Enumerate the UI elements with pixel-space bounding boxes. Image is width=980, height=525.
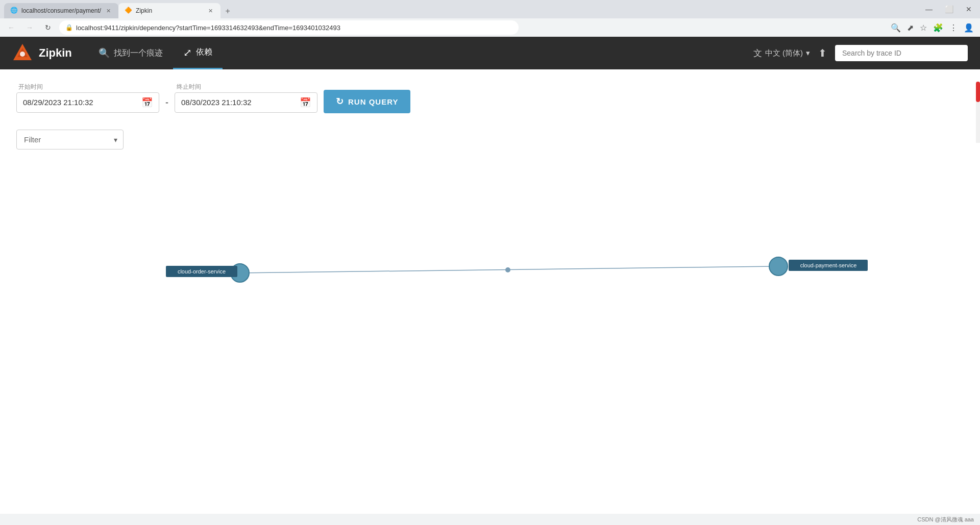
forward-button[interactable]: → — [22, 20, 37, 35]
lang-label: 中文 (简体) — [765, 48, 803, 58]
logo-area: Zipkin — [12, 43, 72, 63]
find-trace-icon: 🔍 — [99, 47, 110, 59]
filter-row: Filter ▾ — [16, 130, 964, 149]
dependency-icon: ⤢ — [183, 46, 192, 59]
browser-window-controls: — ⬜ ✕ — [921, 4, 976, 14]
run-query-icon: ↻ — [336, 96, 344, 107]
app-logo-text: Zipkin — [39, 46, 72, 60]
filter-wrap: Filter ▾ — [16, 130, 124, 149]
filter-select[interactable]: Filter — [16, 130, 124, 149]
cloud-payment-service-label: cloud-payment-service — [800, 262, 857, 268]
browser-tabs: 🌐 localhost/consumer/payment/ ✕ 🔶 Zipkin… — [4, 0, 235, 18]
address-bar[interactable]: 🔒 localhost:9411/zipkin/dependency?start… — [59, 20, 519, 35]
dependency-graph: cloud-order-service cloud-payment-servic… — [16, 166, 964, 380]
start-date-field: 开始时间 📅 — [16, 83, 159, 113]
maximize-button[interactable]: ⬜ — [941, 4, 958, 14]
end-calendar-icon[interactable]: 📅 — [300, 97, 311, 108]
dependency-svg: cloud-order-service cloud-payment-servic… — [16, 166, 964, 380]
lang-chevron-icon: ▾ — [806, 48, 810, 58]
new-tab-button[interactable]: + — [220, 4, 235, 18]
back-button[interactable]: ← — [4, 20, 18, 35]
bottom-bar-text: CSDN @清风微魂 aaa — [917, 516, 974, 523]
start-calendar-icon[interactable]: 📅 — [141, 97, 153, 108]
app-content: 开始时间 📅 - 终止时间 📅 ↻ RUN QUERY — [0, 69, 980, 392]
app-header: Zipkin 🔍 找到一个痕迹 ⤢ 依赖 文 中文 (简体) ▾ ⬆ — [0, 37, 980, 69]
cloud-payment-service-node[interactable] — [769, 257, 788, 276]
tab1-title: localhost/consumer/payment/ — [21, 7, 101, 14]
close-window-button[interactable]: ✕ — [962, 4, 976, 14]
browser-addressbar-row: ← → ↻ 🔒 localhost:9411/zipkin/dependency… — [0, 18, 980, 37]
header-right: 文 中文 (简体) ▾ ⬆ — [753, 45, 968, 61]
address-text: localhost:9411/zipkin/dependency?startTi… — [76, 24, 340, 32]
minimize-button[interactable]: — — [921, 4, 937, 14]
midpoint-dot — [505, 267, 510, 272]
zipkin-logo-icon — [12, 43, 33, 63]
reload-button[interactable]: ↻ — [41, 20, 55, 35]
nav-dependency[interactable]: ⤢ 依赖 — [173, 37, 223, 69]
tab1-close-button[interactable]: ✕ — [104, 7, 112, 15]
app-nav: 🔍 找到一个痕迹 ⤢ 依赖 — [88, 37, 753, 69]
tab2-close-button[interactable]: ✕ — [206, 7, 214, 15]
app-container: Zipkin 🔍 找到一个痕迹 ⤢ 依赖 文 中文 (简体) ▾ ⬆ — [0, 37, 980, 525]
lang-icon: 文 — [753, 47, 762, 59]
run-query-button[interactable]: ↻ RUN QUERY — [324, 90, 410, 113]
extensions-icon[interactable]: 🧩 — [931, 21, 945, 35]
end-date-input[interactable] — [181, 98, 296, 107]
browser-titlebar: 🌐 localhost/consumer/payment/ ✕ 🔶 Zipkin… — [0, 0, 980, 18]
nav-dependency-label: 依赖 — [196, 47, 212, 58]
bottom-bar: CSDN @清风微魂 aaa — [0, 514, 980, 525]
language-selector[interactable]: 文 中文 (简体) ▾ — [753, 47, 810, 59]
run-query-label: RUN QUERY — [348, 97, 398, 106]
end-date-field: 终止时间 📅 — [175, 83, 317, 113]
date-separator: - — [165, 97, 168, 108]
browser-toolbar-icons: 🔍 ⬈ ☆ 🧩 ⋮ 👤 — [889, 21, 976, 35]
svg-point-2 — [20, 52, 25, 57]
start-date-input-wrap[interactable]: 📅 — [16, 92, 159, 113]
scrollbar-right[interactable] — [976, 82, 980, 143]
start-date-input[interactable] — [23, 98, 137, 107]
end-date-label: 终止时间 — [175, 83, 317, 91]
profile-icon[interactable]: 👤 — [962, 21, 976, 35]
tab1-favicon: 🌐 — [10, 7, 18, 15]
share-icon[interactable]: ⬈ — [905, 21, 916, 35]
tab2-title: Zipkin — [136, 7, 203, 14]
browser-chrome: 🌐 localhost/consumer/payment/ ✕ 🔶 Zipkin… — [0, 0, 980, 37]
zoom-icon[interactable]: 🔍 — [889, 21, 903, 35]
end-date-input-wrap[interactable]: 📅 — [175, 92, 317, 113]
search-trace-input[interactable] — [835, 45, 968, 61]
date-row: 开始时间 📅 - 终止时间 📅 ↻ RUN QUERY — [16, 82, 964, 113]
browser-tab-1[interactable]: 🌐 localhost/consumer/payment/ ✕ — [4, 3, 118, 18]
nav-find-trace[interactable]: 🔍 找到一个痕迹 — [88, 37, 173, 69]
tab2-favicon: 🔶 — [125, 7, 133, 15]
upload-button[interactable]: ⬆ — [818, 47, 827, 59]
start-date-label: 开始时间 — [16, 83, 159, 91]
address-lock-icon: 🔒 — [65, 24, 73, 31]
bookmark-icon[interactable]: ☆ — [918, 21, 929, 35]
browser-tab-2[interactable]: 🔶 Zipkin ✕ — [118, 3, 220, 18]
cloud-order-service-label: cloud-order-service — [178, 268, 226, 274]
menu-icon[interactable]: ⋮ — [947, 21, 960, 35]
scrollbar-thumb[interactable] — [976, 82, 980, 102]
nav-find-trace-label: 找到一个痕迹 — [114, 48, 163, 59]
